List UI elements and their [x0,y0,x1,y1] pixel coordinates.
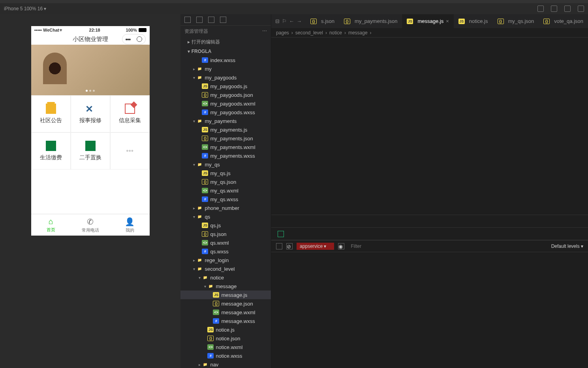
feature-grid: 社区公告报事报修信息采集生活缴费二手置换••• [31,95,150,170]
context-select[interactable]: appservice ▾ [297,243,334,250]
back-icon[interactable]: ← [289,18,294,24]
tree-my_payments.js[interactable]: JSmy_payments.js [180,125,271,134]
forward-icon[interactable]: → [297,18,302,24]
tree-notice.json[interactable]: {}notice.json [180,334,271,343]
filter-input[interactable] [348,243,547,250]
tree-nav[interactable]: ▸📁nav [180,360,271,368]
tree-my_qs.wxml[interactable]: <>my_qs.wxml [180,186,271,195]
tree-my_qs.js[interactable]: JSmy_qs.js [180,169,271,177]
tree-my_qs[interactable]: ▾📁my_qs [180,160,271,169]
simulator-panel: ••••• WeChatᯤ 22:18 100% 小区物业管理 ••• 社区公告… [0,14,180,368]
search-icon[interactable] [196,17,203,23]
grid-item-pay[interactable]: 生活缴费 [31,132,71,170]
breadcrumbs[interactable]: pages›second_level›notice›message› [271,28,588,38]
console-logs[interactable] [271,252,588,368]
notice-icon [46,104,56,114]
rotate-icon[interactable] [537,6,544,12]
tree-message[interactable]: ▾📁message [180,282,271,291]
tree-second_level[interactable]: ▾📁second_level [180,264,271,273]
tree-notice.js[interactable]: JSnotice.js [180,325,271,334]
levels-select[interactable]: Default levels ▾ [551,243,583,249]
top-menu [0,0,588,3]
list-icon[interactable] [184,17,191,23]
explorer-panel: 资源管理器⋯ ▸ 打开的编辑器 ▾ FROGLA #index.wxss▸📁my… [180,14,271,368]
tree-my_paygoods[interactable]: ▾📁my_paygoods [180,73,271,82]
tree-message.json[interactable]: {}message.json [180,299,271,308]
tree-my_paygoods.json[interactable]: {}my_paygoods.json [180,91,271,99]
grid-item-notice[interactable]: 社区公告 [31,95,71,132]
file-tree: #index.wxss▸📁my▾📁my_paygoodsJSmy_paygood… [180,56,271,368]
tree-rege_login[interactable]: ▸📁rege_login [180,256,271,264]
more-icon[interactable]: ⋯ [262,28,267,35]
tab-notice.js[interactable]: JSnotice.js [454,14,493,28]
tree-notice[interactable]: ▾📁notice [180,273,271,282]
tree-my_paygoods.js[interactable]: JSmy_paygoods.js [180,82,271,91]
tree-qs.wxss[interactable]: #qs.wxss [180,247,271,256]
tree-qs[interactable]: ▾📁qs [180,212,271,221]
eye-icon[interactable]: ◉ [338,243,344,249]
tab-message.js[interactable]: JSmessage.js × [402,14,453,28]
editor-tabs: ⊟⚐←→ {}s.json{}my_payments.jsonJSmessage… [271,14,588,28]
branch-icon[interactable] [208,17,214,23]
tab-我的[interactable]: 👤我的 [110,214,150,236]
tab-my_qs.json[interactable]: {}my_qs.json [493,14,539,28]
edit-icon [125,104,135,114]
device-select[interactable]: iPhone 5 100% 16 ▾ [4,6,46,11]
grid-item-more[interactable]: ••• [110,132,150,170]
capsule-button[interactable]: ••• [122,34,146,44]
tab-常用电话[interactable]: ✆常用电话 [71,214,110,236]
tree-my_paygoods.wxml[interactable]: <>my_paygoods.wxml [180,99,271,108]
tree-my_payments.json[interactable]: {}my_payments.json [180,134,271,143]
explorer-title: 资源管理器⋯ [180,26,271,37]
devtools-tabs [271,228,588,240]
tree-qs.wxml[interactable]: <>qs.wxml [180,238,271,247]
play-icon[interactable] [276,243,282,249]
tree-my_qs.json[interactable]: {}my_qs.json [180,177,271,186]
tab-bar: ⌂首页✆常用电话👤我的 [31,214,150,236]
phone-frame: ••••• WeChatᯤ 22:18 100% 小区物业管理 ••• 社区公告… [31,26,150,236]
editor-area: ⊟⚐←→ {}s.json{}my_payments.jsonJSmessage… [271,14,588,368]
tree-notice.wxss[interactable]: #notice.wxss [180,351,271,360]
bookmark-icon[interactable]: ⚐ [282,18,287,24]
tree-qs.json[interactable]: {}qs.json [180,230,271,238]
mute-icon[interactable] [564,6,571,12]
save-icon[interactable] [220,17,226,23]
record-icon[interactable] [551,6,557,12]
grid-item-edit[interactable]: 信息采集 [110,95,150,132]
home-icon[interactable]: ⊟ [275,18,280,24]
code-editor[interactable] [271,38,588,215]
tree-message.js[interactable]: JSmessage.js [180,291,271,299]
tree-my_qs.wxss[interactable]: #my_qs.wxss [180,195,271,204]
tree-message.wxml[interactable]: <>message.wxml [180,308,271,317]
banner-image[interactable] [31,45,150,95]
tree-my_paygoods.wxss[interactable]: #my_paygoods.wxss [180,108,271,117]
console-toolbar: ⊘ appservice ▾ ◉ Default levels ▾ [271,240,588,252]
tree-my[interactable]: ▸📁my [180,64,271,73]
tab-vote_qa.json[interactable]: {}vote_qa.json [539,14,588,28]
pay-icon [46,141,56,151]
tree-message.wxss[interactable]: #message.wxss [180,317,271,325]
terminal-panel: ⊘ appservice ▾ ◉ Default levels ▾ [271,215,588,368]
clear-icon[interactable]: ⊘ [286,243,293,249]
grid-item-trade[interactable]: 二手置换 [71,132,110,170]
device-bar: iPhone 5 100% 16 ▾ [0,3,588,14]
trade-icon [85,141,96,151]
open-editors-header[interactable]: ▸ 打开的编辑器 [180,37,271,47]
repair-icon [85,104,96,114]
tree-index.wxss[interactable]: #index.wxss [180,56,271,64]
tree-my_payments.wxss[interactable]: #my_payments.wxss [180,151,271,160]
tab-s.json[interactable]: {}s.json [306,14,339,28]
project-header[interactable]: ▾ FROGLA [180,47,271,56]
tab-my_payments.json[interactable]: {}my_payments.json [339,14,402,28]
tab-首页[interactable]: ⌂首页 [31,214,71,236]
tree-my_payments[interactable]: ▾📁my_payments [180,117,271,125]
grid-item-repair[interactable]: 报事报修 [71,95,110,132]
cut-icon[interactable] [578,6,584,12]
tree-qs.js[interactable]: JSqs.js [180,221,271,230]
tree-phone_number[interactable]: ▸📁phone_number [180,204,271,212]
inspect-icon[interactable] [278,231,284,237]
tree-my_payments.wxml[interactable]: <>my_payments.wxml [180,143,271,151]
target-icon[interactable] [137,36,142,42]
tree-notice.wxml[interactable]: <>notice.wxml [180,343,271,351]
close-icon[interactable]: × [446,18,449,24]
